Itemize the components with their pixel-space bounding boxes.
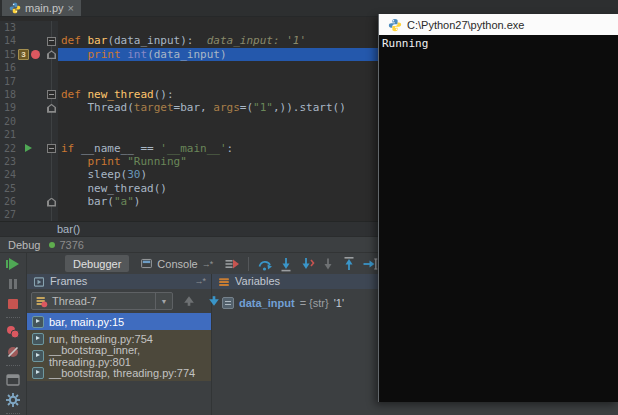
- code-token: args: [213, 101, 240, 114]
- fold-gutter[interactable]: [44, 168, 58, 181]
- code-token: ,)).start(): [273, 101, 346, 114]
- view-breakpoints-icon[interactable]: [5, 324, 21, 340]
- step-into-icon[interactable]: [277, 255, 295, 273]
- line-number[interactable]: 20: [0, 115, 16, 128]
- previous-frame-icon[interactable]: [180, 292, 198, 310]
- console-title-bar[interactable]: C:\Python27\python.exe: [379, 14, 618, 35]
- gutter-markers[interactable]: [16, 142, 44, 155]
- line-number[interactable]: 17: [0, 75, 16, 88]
- rerun-icon[interactable]: [5, 256, 21, 272]
- fold-gutter[interactable]: [44, 182, 58, 195]
- dropdown-arrow-icon[interactable]: ▼: [155, 293, 172, 309]
- stop-icon[interactable]: [5, 296, 21, 312]
- gutter-markers[interactable]: [16, 34, 44, 47]
- gutter-markers[interactable]: [16, 182, 44, 195]
- pause-icon[interactable]: [5, 276, 21, 292]
- fold-gutter[interactable]: [44, 115, 58, 128]
- fold-gutter[interactable]: [44, 208, 58, 221]
- fold-gutter[interactable]: [44, 101, 58, 114]
- gutter-markers[interactable]: [16, 208, 44, 221]
- editor-tab-mainpy[interactable]: main.py ×: [2, 0, 81, 16]
- run-icon[interactable]: [25, 144, 32, 152]
- thread-selector-row: Thread-7 ▼: [27, 289, 211, 313]
- restore-layout-icon[interactable]: [5, 372, 21, 388]
- code-token: sleep(: [61, 168, 127, 181]
- frame-icon: [32, 316, 44, 328]
- fold-end-icon[interactable]: [47, 50, 56, 59]
- line-number[interactable]: 26: [0, 195, 16, 208]
- gutter-markers[interactable]: [16, 195, 44, 208]
- line-number[interactable]: 21: [0, 128, 16, 141]
- frame-label: bar, main.py:15: [49, 316, 124, 328]
- tab-console[interactable]: Console →*: [132, 255, 220, 272]
- gutter-markers[interactable]: [16, 21, 44, 34]
- gutter-markers[interactable]: [16, 88, 44, 101]
- gutter-markers[interactable]: [16, 128, 44, 141]
- fold-gutter[interactable]: [44, 61, 58, 74]
- line-number[interactable]: 18: [0, 88, 16, 101]
- thread-selector-value: Thread-7: [48, 295, 155, 307]
- gutter-markers[interactable]: [16, 61, 44, 74]
- gutter-markers[interactable]: [16, 115, 44, 128]
- settings-gear-icon[interactable]: [5, 392, 21, 408]
- frame-row[interactable]: __bootstrap, threading.py:774: [27, 364, 211, 381]
- gutter-markers[interactable]: [16, 168, 44, 181]
- code-token: "1": [253, 101, 273, 114]
- fold-start-icon[interactable]: [47, 37, 56, 46]
- fold-start-icon[interactable]: [47, 144, 56, 153]
- line-number[interactable]: 15: [0, 48, 16, 61]
- suspended-thread-icon: [35, 295, 48, 308]
- code-token: [61, 48, 88, 61]
- tab-debugger[interactable]: Debugger: [65, 255, 129, 272]
- step-over-icon[interactable]: [256, 255, 274, 273]
- code-token: def: [61, 88, 88, 101]
- mute-breakpoints-icon[interactable]: [5, 344, 21, 360]
- run-to-cursor-icon[interactable]: [361, 255, 379, 273]
- step-out-icon[interactable]: [340, 255, 358, 273]
- gutter-markers[interactable]: [16, 75, 44, 88]
- fold-start-icon[interactable]: [47, 90, 56, 99]
- line-number[interactable]: 14: [0, 34, 16, 47]
- fold-gutter[interactable]: [44, 155, 58, 168]
- running-status-icon: [49, 242, 55, 248]
- debug-left-toolbar: »: [0, 253, 27, 415]
- fold-gutter[interactable]: [44, 128, 58, 141]
- fold-gutter[interactable]: [44, 88, 58, 101]
- fold-end-icon[interactable]: [47, 104, 56, 113]
- pin-icon[interactable]: →*: [202, 259, 213, 269]
- gutter-markers[interactable]: [16, 155, 44, 168]
- gutter-markers[interactable]: 3: [16, 48, 44, 61]
- pin-icon[interactable]: →*: [194, 274, 205, 289]
- close-tab-icon[interactable]: ×: [68, 3, 74, 14]
- fold-end-icon[interactable]: [47, 198, 56, 207]
- variable-name: data_input: [239, 297, 295, 309]
- breakpoint-icon[interactable]: [31, 50, 40, 59]
- code-token: new_thread(): [61, 182, 167, 195]
- fold-gutter[interactable]: [44, 142, 58, 155]
- frame-row[interactable]: bar, main.py:15: [27, 313, 211, 330]
- line-number[interactable]: 24: [0, 168, 16, 181]
- line-number[interactable]: 27: [0, 208, 16, 221]
- frame-row[interactable]: __bootstrap_inner, threading.py:801: [27, 347, 211, 364]
- step-into-my-code-icon[interactable]: [298, 255, 316, 273]
- code-token: ): [140, 168, 147, 181]
- line-number[interactable]: 25: [0, 182, 16, 195]
- thread-selector[interactable]: Thread-7 ▼: [31, 292, 173, 310]
- fold-gutter[interactable]: [44, 21, 58, 34]
- force-step-into-icon[interactable]: [319, 255, 337, 273]
- tab-console-label: Console: [157, 258, 197, 270]
- gutter-markers[interactable]: [16, 101, 44, 114]
- fold-gutter[interactable]: [44, 34, 58, 47]
- line-number[interactable]: 19: [0, 101, 16, 114]
- line-number[interactable]: 13: [0, 21, 16, 34]
- fold-gutter[interactable]: [44, 75, 58, 88]
- code-token: bar: [88, 34, 108, 47]
- line-number[interactable]: 23: [0, 155, 16, 168]
- show-execution-point-icon[interactable]: [223, 255, 241, 273]
- line-number[interactable]: 22: [0, 142, 16, 155]
- bookmark-badge[interactable]: 3: [18, 49, 29, 60]
- fold-gutter[interactable]: [44, 48, 58, 61]
- line-number[interactable]: 16: [0, 61, 16, 74]
- console-window-title: C:\Python27\python.exe: [407, 19, 524, 31]
- fold-gutter[interactable]: [44, 195, 58, 208]
